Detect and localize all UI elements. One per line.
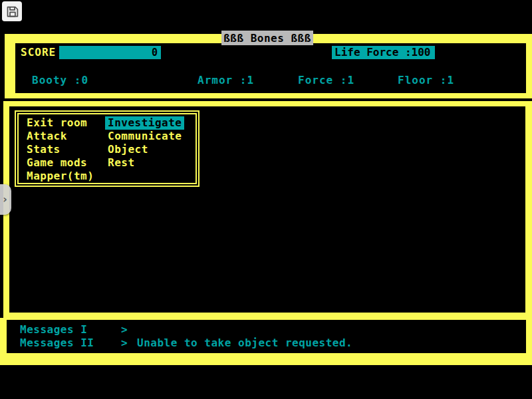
message-panel: Messages I > Messages II > Unable to tak… bbox=[0, 318, 532, 365]
message-channel-label: Messages I bbox=[20, 323, 87, 336]
life-force-badge: Life Force :100 bbox=[332, 46, 435, 59]
status-panel-inner: SCORE : 0 Life Force :100 Booty :0 Armor… bbox=[15, 43, 526, 93]
menu-item-game-mods[interactable]: Game mods bbox=[27, 156, 94, 170]
menu-item-communicate[interactable]: Communicate bbox=[108, 130, 184, 143]
stat-booty: Booty :0 bbox=[32, 74, 88, 87]
playfield: Exit room Attack Stats Game mods Mapper(… bbox=[9, 106, 525, 313]
menu-item-exit-room[interactable]: Exit room bbox=[27, 116, 94, 130]
action-menu-border: Exit room Attack Stats Game mods Mapper(… bbox=[17, 113, 197, 184]
menu-item-stats[interactable]: Stats bbox=[27, 143, 94, 156]
menu-item-object[interactable]: Object bbox=[108, 143, 184, 156]
menu-item-attack[interactable]: Attack bbox=[27, 130, 94, 143]
menu-item-mapper[interactable]: Mapper(tm) bbox=[27, 170, 94, 183]
save-button[interactable] bbox=[2, 1, 22, 21]
message-text: Unable to take object requested. bbox=[137, 336, 352, 350]
page-title: ßßß Bones ßßß bbox=[221, 31, 313, 45]
action-menu-left-column: Exit room Attack Stats Game mods Mapper(… bbox=[27, 116, 94, 183]
message-log: Messages I > Messages II > Unable to tak… bbox=[7, 320, 526, 353]
message-row: Messages I > bbox=[7, 323, 526, 336]
menu-item-rest[interactable]: Rest bbox=[108, 156, 184, 170]
score-value: 0 bbox=[152, 47, 158, 59]
stat-force: Force :1 bbox=[298, 74, 354, 87]
stat-floor: Floor :1 bbox=[398, 74, 454, 87]
message-row: Messages II > Unable to take object requ… bbox=[7, 336, 526, 350]
menu-item-investigate[interactable]: Investigate bbox=[108, 116, 184, 130]
game-screen: ßßß Bones ßßß SCORE : 0 Life Force :100 … bbox=[0, 0, 532, 399]
score-bar: 0 bbox=[59, 46, 161, 59]
message-channel-label: Messages II bbox=[20, 336, 94, 350]
playfield-panel: Exit room Attack Stats Game mods Mapper(… bbox=[3, 101, 532, 318]
action-menu-right-column: Investigate Communicate Object Rest bbox=[108, 116, 184, 170]
chevron-right-icon: › bbox=[3, 193, 7, 205]
floppy-disk-icon bbox=[5, 5, 19, 19]
side-drawer-handle[interactable]: › bbox=[0, 184, 11, 215]
action-menu: Exit room Attack Stats Game mods Mapper(… bbox=[15, 110, 200, 187]
stat-armor: Armor :1 bbox=[198, 74, 254, 87]
message-prompt: > bbox=[121, 336, 128, 350]
message-prompt: > bbox=[121, 323, 128, 336]
